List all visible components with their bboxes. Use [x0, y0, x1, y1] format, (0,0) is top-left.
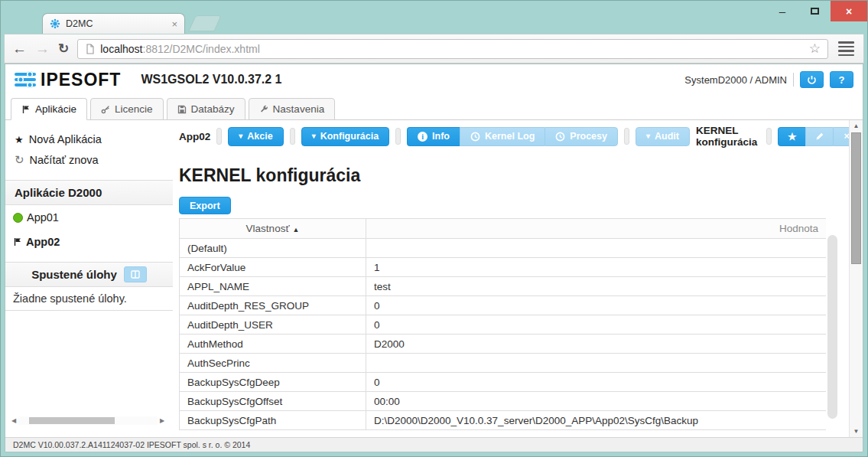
table-row[interactable]: BackupSysCfgDeep0: [180, 373, 827, 392]
favorite-button[interactable]: ★: [778, 127, 805, 146]
flag-icon: [21, 105, 31, 114]
export-button[interactable]: Export: [179, 197, 231, 214]
column-label: Vlastnosť: [246, 223, 290, 234]
table-header-row: Vlastnosť▲ Hodnota: [180, 219, 827, 239]
table-vertical-scrollbar[interactable]: [827, 232, 838, 429]
scroll-up-icon[interactable]: ▲: [850, 122, 863, 129]
scrollbar-thumb[interactable]: [851, 132, 861, 264]
table-row[interactable]: AuditDepth_USER0: [180, 315, 827, 335]
key-icon: [101, 105, 110, 114]
button-label: Konfigurácia: [320, 131, 379, 142]
caret-down-icon: ▾: [312, 132, 316, 140]
app-toolbar: App02 ▾ Akcie ▾ Konfigurácia i: [179, 125, 841, 148]
scroll-right-icon[interactable]: ▶: [158, 417, 167, 424]
tab-nastavenia[interactable]: Nastavenia: [249, 98, 336, 120]
button-label: Kernel Log: [485, 131, 535, 142]
audit-dropdown-button[interactable]: ▾ Audit: [636, 127, 690, 146]
scrollbar-track[interactable]: [18, 416, 158, 425]
tab-title: D2MC: [66, 18, 166, 29]
browser-window: – × D2MC × ← → ↻ localhost:8812/D2MC/i: [0, 0, 868, 457]
panel-vertical-scrollbar[interactable]: ▲ ▼: [849, 120, 863, 437]
new-tab-button[interactable]: [188, 15, 221, 31]
star-icon: ★: [788, 132, 797, 142]
close-window-button[interactable]: ×: [831, 1, 867, 21]
property-cell: BackupSysCfgPath: [180, 411, 366, 430]
button-label: Akcie: [247, 131, 272, 142]
applications-section-header: Aplikácie D2000: [5, 180, 173, 205]
scroll-left-icon[interactable]: ◀: [9, 417, 18, 424]
url-text: localhost:8812/D2MC/index.xhtml: [100, 43, 804, 55]
property-cell: BackupSysCfgDeep: [180, 373, 366, 392]
app-name: App02: [26, 236, 60, 248]
tasks-list-button[interactable]: [124, 266, 147, 282]
scroll-down-icon[interactable]: ▼: [850, 428, 863, 435]
tab-licencie[interactable]: Licencie: [90, 98, 164, 120]
property-cell: AuditDepth_RES_GROUP: [180, 296, 366, 315]
reload-icon[interactable]: ↻: [58, 42, 69, 55]
favicon-gear-icon: [50, 18, 60, 29]
procesy-button[interactable]: Procesy: [545, 127, 618, 146]
back-icon[interactable]: ←: [12, 41, 27, 56]
table-row[interactable]: AckForValue1: [180, 258, 827, 277]
forward-icon[interactable]: →: [35, 41, 50, 56]
sidebar-item-new-application[interactable]: ★ Nová Aplikácia: [5, 129, 173, 149]
value-cell: 1: [366, 258, 827, 277]
browser-menu-icon[interactable]: [837, 39, 856, 58]
property-cell: APPL_NAME: [180, 277, 366, 296]
app-header: IPESOFT WS1GSOL2 V10.0.37.2 1 SystemD200…: [5, 64, 863, 95]
tasks-header-label: Spustené úlohy: [31, 268, 117, 281]
maximize-button[interactable]: [798, 1, 831, 21]
value-cell: test: [366, 277, 827, 296]
value-cell: 0: [366, 315, 827, 335]
info-icon: i: [418, 132, 427, 142]
minimize-button[interactable]: –: [766, 1, 798, 21]
caret-down-icon: ▾: [646, 132, 650, 140]
browser-tab[interactable]: D2MC ×: [42, 13, 185, 34]
akcie-dropdown-button[interactable]: ▾ Akcie: [228, 127, 283, 146]
toolbar-separator: [395, 128, 401, 145]
tab-label: Licencie: [115, 103, 153, 115]
page-title: KERNEL konfigurácia: [179, 165, 360, 186]
help-button[interactable]: ?: [830, 71, 853, 88]
app-item-app01[interactable]: App01: [5, 205, 173, 230]
scrollbar-thumb[interactable]: [29, 417, 115, 424]
tab-label: Databázy: [191, 103, 235, 115]
app-item-app02[interactable]: App02: [5, 230, 173, 254]
tab-databazy[interactable]: Databázy: [167, 98, 245, 120]
scrollbar-thumb[interactable]: [827, 235, 837, 419]
table-row[interactable]: AuditDepth_RES_GROUP0: [180, 296, 827, 315]
browser-toolbar: ← → ↻ localhost:8812/D2MC/index.xhtml ☆: [4, 34, 864, 64]
property-cell: AckForValue: [180, 258, 366, 277]
button-label: Procesy: [570, 131, 607, 142]
tab-aplikacie[interactable]: Aplikácie: [11, 98, 87, 120]
edit-button[interactable]: [805, 127, 833, 146]
logout-power-button[interactable]: [800, 71, 824, 88]
kernel-log-button[interactable]: Kernel Log: [460, 127, 545, 146]
sidebar-item-reload[interactable]: ↻ Načítať znova: [5, 149, 173, 171]
address-bar[interactable]: localhost:8812/D2MC/index.xhtml ☆: [77, 39, 828, 59]
table-row[interactable]: BackupSysCfgOffset00:00: [180, 392, 827, 411]
sidebar-item-label: Načítať znova: [30, 154, 99, 166]
column-header-property[interactable]: Vlastnosť▲: [180, 219, 366, 239]
button-label: Info: [432, 131, 450, 142]
table-row[interactable]: (Default): [180, 239, 827, 258]
header-divider: [793, 73, 794, 87]
bookmark-star-icon[interactable]: ☆: [809, 41, 821, 57]
wrench-icon: [259, 105, 268, 114]
tasks-book-icon: [131, 270, 140, 279]
table-row[interactable]: BackupSysCfgPathD:\D2000\D2000_V10.0.37_…: [180, 411, 827, 430]
sidebar-horizontal-scrollbar[interactable]: ◀ ▶: [9, 415, 167, 426]
config-table-wrapper: Vlastnosť▲ Hodnota (Default)AckForValue1…: [179, 218, 826, 436]
konfiguracia-dropdown-button[interactable]: ▾ Konfigurácia: [301, 127, 389, 146]
table-row[interactable]: AuthSecPrinc: [180, 354, 827, 373]
property-cell: BackupSysCfgOffset: [180, 392, 366, 411]
column-header-value[interactable]: Hodnota: [366, 219, 827, 239]
tasks-section-header: Spustené úlohy: [5, 262, 173, 287]
table-row[interactable]: APPL_NAMEtest: [180, 277, 827, 296]
tab-close-icon[interactable]: ×: [171, 19, 177, 29]
info-button[interactable]: i Info: [407, 127, 460, 146]
table-row[interactable]: AuthMethodD2000: [180, 335, 827, 354]
app-name: App01: [27, 211, 59, 224]
logo-text: IPESOFT: [41, 70, 121, 90]
window-controls: – ×: [766, 1, 867, 21]
